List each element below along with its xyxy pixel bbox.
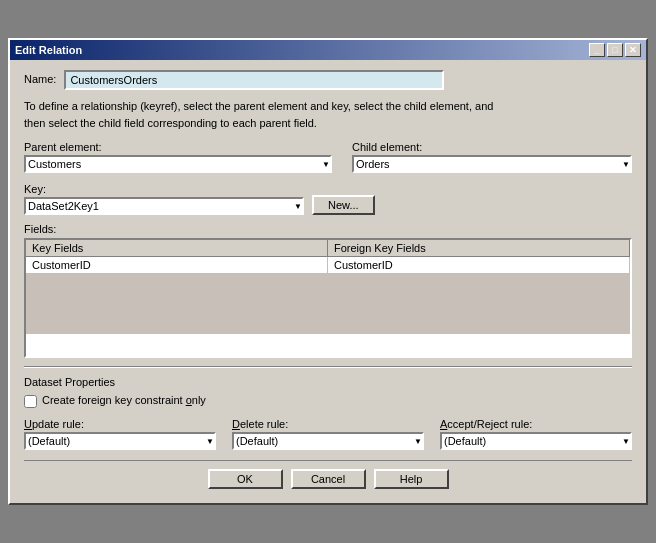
key-select-wrapper: DataSet2Key1 <box>24 197 304 215</box>
minimize-button[interactable]: _ <box>589 43 605 57</box>
name-row: Name: <box>24 70 632 90</box>
fields-empty-area <box>26 274 630 334</box>
accept-reject-rule-col: Accept/Reject rule: (Default) Cascade Se… <box>440 418 632 450</box>
ok-button[interactable]: OK <box>208 469 283 489</box>
key-row: Key: DataSet2Key1 New... <box>24 181 632 215</box>
rules-row: Update rule: (Default) Cascade SetNull S… <box>24 418 632 450</box>
foreign-key-field-cell: CustomerID <box>328 257 630 273</box>
foreign-key-checkbox-label: Create foreign key constraint only <box>42 394 206 406</box>
delete-rule-select-wrapper: (Default) Cascade SetNull SetDefault Non… <box>232 432 424 450</box>
title-bar: Edit Relation _ □ ✕ <box>10 40 646 60</box>
update-rule-select[interactable]: (Default) Cascade SetNull SetDefault Non… <box>24 432 216 450</box>
table-row[interactable]: CustomerID CustomerID <box>26 257 630 274</box>
new-button[interactable]: New... <box>312 195 375 215</box>
key-fields-header: Key Fields <box>26 240 328 256</box>
parent-element-select-wrapper: Customers Orders <box>24 155 332 173</box>
divider <box>24 366 632 368</box>
foreign-key-checkbox[interactable] <box>24 395 37 408</box>
fields-body: CustomerID CustomerID <box>26 257 630 334</box>
update-rule-col: Update rule: (Default) Cascade SetNull S… <box>24 418 216 450</box>
fields-container: Key Fields Foreign Key Fields CustomerID… <box>24 238 632 358</box>
element-selectors-row: Parent element: Customers Orders Child e… <box>24 141 632 173</box>
child-element-select[interactable]: Customers Orders <box>352 155 632 173</box>
help-button[interactable]: Help <box>374 469 449 489</box>
name-label: Name: <box>24 73 56 85</box>
update-rule-select-wrapper: (Default) Cascade SetNull SetDefault Non… <box>24 432 216 450</box>
delete-rule-label: Delete rule: <box>232 418 424 430</box>
child-element-label: Child element: <box>352 141 632 153</box>
key-select[interactable]: DataSet2Key1 <box>24 197 304 215</box>
name-input[interactable] <box>64 70 444 90</box>
close-button[interactable]: ✕ <box>625 43 641 57</box>
parent-element-col: Parent element: Customers Orders <box>24 141 332 173</box>
child-element-col: Child element: Customers Orders <box>352 141 632 173</box>
key-select-col: Key: DataSet2Key1 <box>24 183 304 215</box>
child-element-select-wrapper: Customers Orders <box>352 155 632 173</box>
parent-element-select[interactable]: Customers Orders <box>24 155 332 173</box>
foreign-key-checkbox-row: Create foreign key constraint only <box>24 394 632 408</box>
dialog-body: Name: To define a relationship (keyref),… <box>10 60 646 503</box>
cancel-button[interactable]: Cancel <box>291 469 366 489</box>
dataset-properties-label: Dataset Properties <box>24 376 632 388</box>
fields-section: Fields: Key Fields Foreign Key Fields Cu… <box>24 223 632 358</box>
title-bar-buttons: _ □ ✕ <box>589 43 641 57</box>
edit-relation-dialog: Edit Relation _ □ ✕ Name: To define a re… <box>8 38 648 505</box>
accept-reject-rule-label: Accept/Reject rule: <box>440 418 632 430</box>
accept-reject-rule-select-wrapper: (Default) Cascade SetNull SetDefault Non… <box>440 432 632 450</box>
parent-element-label: Parent element: <box>24 141 332 153</box>
bottom-buttons: OK Cancel Help <box>24 460 632 493</box>
update-rule-label: Update rule: <box>24 418 216 430</box>
description-text: To define a relationship (keyref), selec… <box>24 98 632 131</box>
fields-label: Fields: <box>24 223 632 235</box>
maximize-button[interactable]: □ <box>607 43 623 57</box>
key-field-cell: CustomerID <box>26 257 328 273</box>
foreign-key-fields-header: Foreign Key Fields <box>328 240 630 256</box>
delete-rule-col: Delete rule: (Default) Cascade SetNull S… <box>232 418 424 450</box>
accept-reject-rule-select[interactable]: (Default) Cascade SetNull SetDefault Non… <box>440 432 632 450</box>
key-label: Key: <box>24 183 304 195</box>
delete-rule-select[interactable]: (Default) Cascade SetNull SetDefault Non… <box>232 432 424 450</box>
fields-header: Key Fields Foreign Key Fields <box>26 240 630 257</box>
dialog-title: Edit Relation <box>15 44 82 56</box>
